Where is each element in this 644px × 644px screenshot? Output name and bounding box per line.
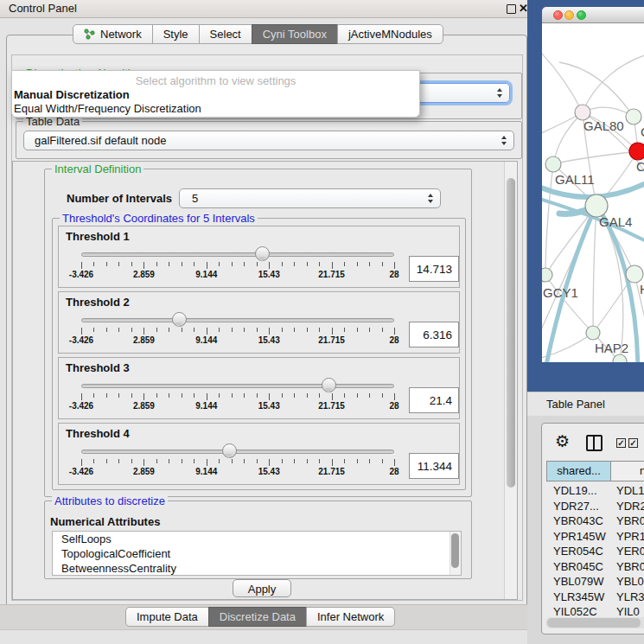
tab-impute-data[interactable]: Impute Data — [125, 607, 209, 627]
apply-button[interactable]: Apply — [233, 579, 291, 597]
table-data-combobox[interactable]: galFiltered.sif default node — [23, 131, 514, 150]
table-row[interactable]: YBR045CYBR0 — [546, 559, 644, 575]
cell-name: YBR0 — [616, 559, 644, 575]
slider-tick — [244, 262, 245, 266]
checkbox-icon[interactable]: ✓ — [628, 438, 638, 448]
slider-tick — [207, 262, 207, 269]
network-node-c[interactable] — [629, 143, 644, 160]
slider-tick-label: 28 — [389, 335, 399, 345]
column-header-shared-name[interactable]: shared... — [546, 461, 611, 481]
table-row[interactable]: YBL079WYBL0 — [546, 574, 644, 590]
settings-scrollpane: Interval Definition Number of Intervals … — [12, 161, 518, 600]
split-table-icon[interactable] — [586, 435, 603, 451]
network-canvas[interactable]: GAL80GACGAL11GAL4GCY1HHAP2 — [542, 23, 644, 362]
interval-definition-group: Interval Definition Number of Intervals … — [44, 169, 472, 497]
slider-thumb[interactable] — [255, 246, 270, 261]
tab-infer-network[interactable]: Infer Network — [306, 607, 395, 627]
table-row[interactable]: YLR345WYLR3 — [546, 590, 644, 605]
checkbox-icon[interactable]: ✓ — [616, 438, 626, 448]
slider-tick — [81, 459, 82, 466]
network-edge[interactable] — [553, 151, 638, 164]
slider-thumb[interactable] — [222, 443, 237, 458]
table-row[interactable]: YBR043CYBR0 — [546, 513, 644, 529]
network-icon — [84, 29, 95, 40]
slider-tick — [307, 262, 308, 266]
network-node-hap2[interactable] — [586, 326, 600, 340]
network-node-gal11[interactable] — [545, 156, 561, 172]
table-row[interactable]: YDR27...YDR2 — [546, 499, 644, 514]
slider-tick — [169, 459, 169, 463]
threshold-value-field[interactable]: 11.344 — [409, 453, 459, 479]
popup-placeholder-item[interactable]: Select algorithm to view settings — [12, 73, 419, 88]
network-node-ga[interactable] — [626, 109, 641, 124]
slider-tick — [93, 393, 94, 398]
numerical-attributes-label: Numerical Attributes — [50, 515, 160, 528]
settings-scrollbar[interactable] — [504, 162, 517, 599]
list-scrollbar-thumb[interactable] — [451, 533, 459, 568]
slider-tick — [357, 262, 358, 266]
slider-tick — [156, 393, 157, 398]
threshold-value-field[interactable]: 14.713 — [409, 256, 459, 282]
popup-item-equal-width[interactable]: Equal Width/Frequency Discretization — [12, 102, 419, 116]
slider-track[interactable] — [81, 384, 394, 388]
tab-cyni-toolbox[interactable]: Cyni Toolbox — [252, 24, 338, 44]
zoom-light[interactable] — [577, 10, 586, 20]
table-row[interactable]: YPR145WYPR1 — [546, 529, 644, 545]
network-window-titlebar[interactable] — [542, 7, 644, 23]
slider-tick — [93, 328, 94, 332]
minimize-light[interactable] — [564, 10, 574, 20]
gear-icon[interactable]: ⚙ — [555, 431, 570, 451]
slider-track[interactable] — [81, 450, 394, 454]
network-edge[interactable] — [542, 49, 583, 112]
tab-style[interactable]: Style — [152, 24, 200, 44]
close-light[interactable] — [553, 10, 563, 20]
tab-jactivemnodules[interactable]: jActiveMNodules — [337, 24, 443, 44]
slider-tick — [232, 328, 233, 332]
popup-item-manual-discretization[interactable]: Manual Discretization — [12, 88, 419, 102]
network-edge[interactable] — [545, 164, 553, 275]
slider-thumb[interactable] — [172, 312, 187, 327]
network-edge[interactable] — [583, 54, 644, 112]
float-window-icon[interactable] — [507, 4, 516, 14]
attribute-list-item[interactable]: BetweennessCentrality — [53, 561, 461, 576]
list-scrollbar[interactable] — [450, 532, 461, 575]
table-row[interactable]: YDL19...YDL1 — [546, 483, 644, 499]
table-horizontal-scrollbar[interactable] — [545, 617, 644, 628]
tab-select[interactable]: Select — [199, 24, 252, 44]
slider-track[interactable] — [81, 318, 394, 322]
network-node-label: GAL80 — [583, 118, 624, 133]
slider-tick — [169, 262, 169, 266]
slider-track[interactable] — [81, 252, 394, 257]
slider-tick — [269, 459, 270, 466]
slider-thumb[interactable] — [322, 378, 336, 392]
slider-tick — [307, 459, 308, 463]
tab-discretize-data[interactable]: Discretize Data — [208, 607, 307, 627]
slider-tick — [294, 262, 295, 266]
cell-shared-name: YER054C — [553, 544, 603, 559]
network-edge[interactable] — [593, 206, 596, 333]
slider-tick — [169, 393, 169, 398]
network-node-h[interactable] — [626, 265, 643, 283]
threshold-value-field[interactable]: 6.316 — [409, 322, 459, 348]
tab-network[interactable]: Network — [73, 24, 153, 44]
network-node-gcy1[interactable] — [542, 268, 552, 282]
slider-tick — [182, 328, 182, 332]
slider-tick-label: 15.43 — [258, 401, 280, 411]
slider-tick — [344, 328, 345, 332]
attribute-list-item[interactable]: TopologicalCoefficient — [53, 546, 461, 561]
settings-scrollbar-thumb[interactable] — [507, 178, 515, 488]
slider-tick — [207, 328, 207, 335]
attribute-list-item[interactable]: SelfLoops — [53, 532, 461, 546]
slider-tick — [93, 459, 94, 463]
slider-tick — [357, 328, 358, 332]
slider-tick — [106, 393, 107, 398]
slider-tick — [394, 262, 395, 269]
column-header-name[interactable]: na — [610, 461, 644, 481]
table-row[interactable]: YER054CYER0 — [546, 544, 644, 559]
table-horizontal-scrollbar-thumb[interactable] — [547, 618, 641, 628]
slider-tick — [232, 393, 233, 398]
slider-tick-label: 21.715 — [318, 401, 345, 411]
threshold-value-field[interactable]: 21.4 — [409, 387, 459, 413]
number-of-intervals-combobox[interactable]: 5 — [179, 188, 441, 208]
algorithm-dropdown-popup: Select algorithm to view settings Manual… — [11, 70, 420, 118]
